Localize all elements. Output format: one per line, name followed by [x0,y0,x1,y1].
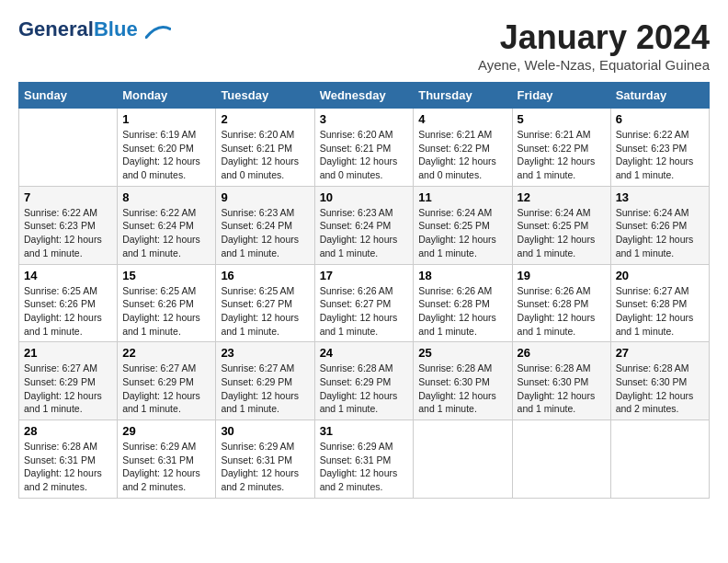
week-row-4: 21Sunrise: 6:27 AMSunset: 6:29 PMDayligh… [19,342,710,420]
day-info: Sunrise: 6:27 AMSunset: 6:29 PMDaylight:… [122,362,210,416]
day-info: Sunrise: 6:28 AMSunset: 6:30 PMDaylight:… [616,362,704,416]
day-info: Sunrise: 6:21 AMSunset: 6:22 PMDaylight:… [418,128,506,182]
day-cell: 3Sunrise: 6:20 AMSunset: 6:21 PMDaylight… [314,109,414,187]
day-number: 13 [616,190,704,204]
col-header-wednesday: Wednesday [314,83,414,109]
day-info: Sunrise: 6:26 AMSunset: 6:28 PMDaylight:… [418,284,506,339]
day-cell: 24Sunrise: 6:28 AMSunset: 6:29 PMDayligh… [314,342,414,420]
day-info: Sunrise: 6:24 AMSunset: 6:25 PMDaylight:… [518,206,606,260]
day-number: 3 [320,112,409,126]
day-number: 12 [518,190,606,204]
day-info: Sunrise: 6:28 AMSunset: 6:30 PMDaylight:… [418,362,506,416]
day-number: 16 [221,269,309,282]
day-info: Sunrise: 6:22 AMSunset: 6:24 PMDaylight:… [122,206,210,260]
header: GeneralBlue January 2024 Ayene, Wele-Nza… [18,18,710,73]
day-info: Sunrise: 6:22 AMSunset: 6:23 PMDaylight:… [616,128,704,182]
day-info: Sunrise: 6:25 AMSunset: 6:26 PMDaylight:… [24,284,112,339]
day-number: 6 [616,112,704,126]
day-number: 30 [221,424,309,438]
day-cell: 22Sunrise: 6:27 AMSunset: 6:29 PMDayligh… [118,342,216,420]
day-cell: 9Sunrise: 6:23 AMSunset: 6:24 PMDaylight… [216,186,314,264]
header-row: SundayMondayTuesdayWednesdayThursdayFrid… [19,83,710,109]
day-cell [19,109,118,187]
day-number: 17 [320,269,409,282]
col-header-sunday: Sunday [19,83,118,109]
day-cell: 12Sunrise: 6:24 AMSunset: 6:25 PMDayligh… [512,186,610,264]
col-header-thursday: Thursday [414,83,512,109]
day-number: 31 [320,424,409,438]
day-cell: 15Sunrise: 6:25 AMSunset: 6:26 PMDayligh… [118,264,216,342]
day-cell [414,420,512,499]
day-cell: 4Sunrise: 6:21 AMSunset: 6:22 PMDaylight… [414,109,512,187]
day-cell: 20Sunrise: 6:27 AMSunset: 6:28 PMDayligh… [610,264,709,342]
day-info: Sunrise: 6:25 AMSunset: 6:27 PMDaylight:… [221,284,309,339]
day-info: Sunrise: 6:23 AMSunset: 6:24 PMDaylight:… [221,206,309,260]
day-number: 24 [320,346,409,360]
day-cell: 11Sunrise: 6:24 AMSunset: 6:25 PMDayligh… [414,186,512,264]
calendar-title: January 2024 [478,18,710,57]
day-info: Sunrise: 6:23 AMSunset: 6:24 PMDaylight:… [320,206,409,260]
day-info: Sunrise: 6:25 AMSunset: 6:26 PMDaylight:… [122,284,210,339]
day-cell: 31Sunrise: 6:29 AMSunset: 6:31 PMDayligh… [314,420,414,499]
day-info: Sunrise: 6:21 AMSunset: 6:22 PMDaylight:… [518,128,606,182]
day-cell [512,420,610,499]
day-cell: 13Sunrise: 6:24 AMSunset: 6:26 PMDayligh… [610,186,709,264]
day-cell: 14Sunrise: 6:25 AMSunset: 6:26 PMDayligh… [19,264,118,342]
calendar-table: SundayMondayTuesdayWednesdayThursdayFrid… [18,82,710,499]
week-row-5: 28Sunrise: 6:28 AMSunset: 6:31 PMDayligh… [19,420,710,499]
day-number: 26 [518,346,606,360]
day-info: Sunrise: 6:19 AMSunset: 6:20 PMDaylight:… [122,128,210,182]
day-number: 10 [320,190,409,204]
day-number: 21 [24,346,112,360]
day-number: 22 [122,346,210,360]
day-number: 11 [418,190,506,204]
day-number: 23 [221,346,309,360]
day-number: 28 [24,424,112,438]
day-info: Sunrise: 6:20 AMSunset: 6:21 PMDaylight:… [320,128,409,182]
day-info: Sunrise: 6:28 AMSunset: 6:31 PMDaylight:… [24,440,112,494]
day-cell: 2Sunrise: 6:20 AMSunset: 6:21 PMDaylight… [216,109,314,187]
calendar-subtitle: Ayene, Wele-Nzas, Equatorial Guinea [478,57,710,73]
day-cell: 25Sunrise: 6:28 AMSunset: 6:30 PMDayligh… [414,342,512,420]
day-number: 4 [418,112,506,126]
day-cell: 8Sunrise: 6:22 AMSunset: 6:24 PMDaylight… [118,186,216,264]
col-header-tuesday: Tuesday [216,83,314,109]
week-row-3: 14Sunrise: 6:25 AMSunset: 6:26 PMDayligh… [19,264,710,342]
day-info: Sunrise: 6:26 AMSunset: 6:28 PMDaylight:… [518,284,606,339]
day-info: Sunrise: 6:27 AMSunset: 6:29 PMDaylight:… [24,362,112,416]
day-cell: 28Sunrise: 6:28 AMSunset: 6:31 PMDayligh… [19,420,118,499]
day-number: 29 [122,424,210,438]
day-number: 2 [221,112,309,126]
week-row-2: 7Sunrise: 6:22 AMSunset: 6:23 PMDaylight… [19,186,710,264]
logo-text: GeneralBlue [18,18,171,40]
day-number: 27 [616,346,704,360]
week-row-1: 1Sunrise: 6:19 AMSunset: 6:20 PMDaylight… [19,109,710,187]
day-info: Sunrise: 6:29 AMSunset: 6:31 PMDaylight:… [221,440,309,494]
day-number: 7 [24,190,112,204]
day-cell: 17Sunrise: 6:26 AMSunset: 6:27 PMDayligh… [314,264,414,342]
day-cell: 19Sunrise: 6:26 AMSunset: 6:28 PMDayligh… [512,264,610,342]
day-info: Sunrise: 6:28 AMSunset: 6:30 PMDaylight:… [518,362,606,416]
logo-icon [145,22,171,39]
day-cell: 21Sunrise: 6:27 AMSunset: 6:29 PMDayligh… [19,342,118,420]
day-number: 8 [122,190,210,204]
day-info: Sunrise: 6:29 AMSunset: 6:31 PMDaylight:… [122,440,210,494]
col-header-friday: Friday [512,83,610,109]
day-cell: 27Sunrise: 6:28 AMSunset: 6:30 PMDayligh… [610,342,709,420]
day-number: 20 [616,269,704,282]
day-number: 25 [418,346,506,360]
day-info: Sunrise: 6:22 AMSunset: 6:23 PMDaylight:… [24,206,112,260]
day-cell: 18Sunrise: 6:26 AMSunset: 6:28 PMDayligh… [414,264,512,342]
day-info: Sunrise: 6:24 AMSunset: 6:25 PMDaylight:… [418,206,506,260]
day-cell: 29Sunrise: 6:29 AMSunset: 6:31 PMDayligh… [118,420,216,499]
col-header-saturday: Saturday [610,83,709,109]
day-cell: 5Sunrise: 6:21 AMSunset: 6:22 PMDaylight… [512,109,610,187]
title-area: January 2024 Ayene, Wele-Nzas, Equatoria… [478,18,710,73]
day-info: Sunrise: 6:29 AMSunset: 6:31 PMDaylight:… [320,440,409,494]
day-cell: 26Sunrise: 6:28 AMSunset: 6:30 PMDayligh… [512,342,610,420]
day-cell: 23Sunrise: 6:27 AMSunset: 6:29 PMDayligh… [216,342,314,420]
day-cell: 10Sunrise: 6:23 AMSunset: 6:24 PMDayligh… [314,186,414,264]
day-number: 18 [418,269,506,282]
day-info: Sunrise: 6:27 AMSunset: 6:28 PMDaylight:… [616,284,704,339]
day-cell: 1Sunrise: 6:19 AMSunset: 6:20 PMDaylight… [118,109,216,187]
